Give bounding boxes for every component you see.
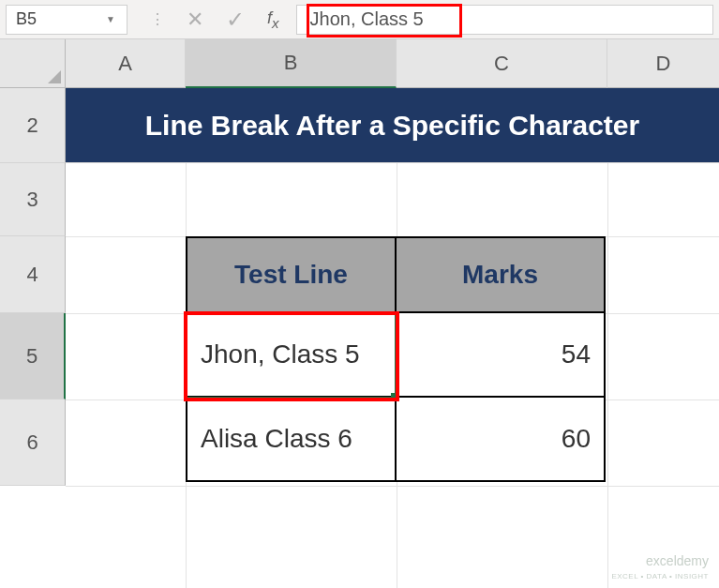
- cancel-icon[interactable]: ✕: [187, 8, 203, 32]
- column-headers: A B C D: [66, 39, 719, 88]
- formula-input[interactable]: Jhon, Class 5: [296, 5, 713, 35]
- gridline: [66, 486, 719, 487]
- row-gutter: 2 3 4 5 6: [0, 39, 66, 588]
- gridline: [607, 163, 608, 588]
- check-icon[interactable]: ✓: [226, 7, 245, 33]
- watermark: exceldemy EXCEL • DATA • INSIGHT: [611, 554, 709, 580]
- watermark-brand: exceldemy: [646, 553, 709, 568]
- cells-area[interactable]: Line Break After a Specific Character Te…: [66, 88, 719, 588]
- col-header-d[interactable]: D: [607, 39, 719, 88]
- name-box[interactable]: B5 ▼: [6, 5, 127, 35]
- cell-c6[interactable]: 60: [396, 397, 605, 481]
- name-box-container: B5 ▼: [0, 0, 133, 38]
- title-cell[interactable]: Line Break After a Specific Character: [66, 88, 719, 163]
- col-header-c[interactable]: C: [397, 39, 607, 88]
- spreadsheet: 2 3 4 5 6 A B C D Line Break After a Spe…: [0, 39, 719, 588]
- cell-b5[interactable]: Jhon, Class 5: [187, 312, 396, 397]
- watermark-tagline: EXCEL • DATA • INSIGHT: [611, 572, 709, 580]
- col-header-b[interactable]: B: [186, 39, 397, 88]
- table-row: Jhon, Class 5 54: [187, 312, 605, 397]
- header-marks[interactable]: Marks: [396, 237, 605, 312]
- row-headers: 2 3 4 5 6: [0, 88, 66, 486]
- cell-b6[interactable]: Alisa Class 6: [187, 397, 396, 481]
- header-test-line[interactable]: Test Line: [187, 237, 396, 312]
- formula-bar: B5 ▼ ⋮ ✕ ✓ fx Jhon, Class 5: [0, 0, 719, 39]
- formula-controls: ⋮ ✕ ✓ fx: [133, 0, 296, 38]
- row-header-4[interactable]: 4: [0, 236, 66, 313]
- row-header-5[interactable]: 5: [0, 313, 66, 400]
- cell-c5[interactable]: 54: [396, 312, 605, 397]
- select-all-corner[interactable]: [0, 39, 66, 88]
- drag-handle-icon[interactable]: ⋮: [150, 10, 164, 28]
- formula-input-container: Jhon, Class 5: [296, 0, 719, 38]
- data-table: Test Line Marks Jhon, Class 5 54 Alisa C…: [186, 236, 606, 482]
- name-box-value: B5: [16, 9, 37, 29]
- col-header-a[interactable]: A: [66, 39, 186, 88]
- columns-and-cells: A B C D Line Break After a Specific Char…: [66, 39, 719, 588]
- table-row: Alisa Class 6 60: [187, 397, 605, 481]
- row-header-3[interactable]: 3: [0, 163, 66, 236]
- table-header-row: Test Line Marks: [187, 237, 605, 312]
- chevron-down-icon[interactable]: ▼: [104, 13, 117, 26]
- row-header-6[interactable]: 6: [0, 400, 66, 486]
- fx-icon[interactable]: fx: [267, 8, 279, 31]
- row-header-2[interactable]: 2: [0, 88, 66, 163]
- formula-input-value: Jhon, Class 5: [310, 8, 424, 30]
